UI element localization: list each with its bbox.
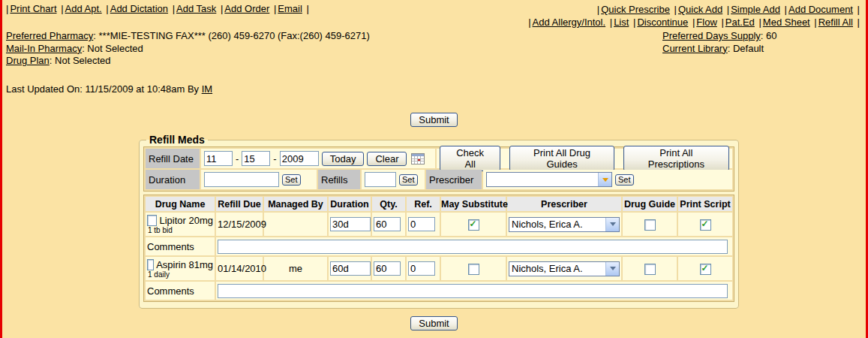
nav-add-dictation[interactable]: Add Dictation	[110, 3, 168, 14]
drug-guide-checkbox[interactable]	[644, 219, 656, 231]
print-all-prescriptions-button[interactable]: Print All Prescriptions	[623, 146, 729, 171]
updated-by-link[interactable]: IM	[202, 83, 212, 95]
separator: |	[528, 17, 530, 28]
col-header-duration: Duration	[329, 197, 371, 211]
separator: |	[633, 17, 635, 28]
submit-button-top[interactable]: Submit	[410, 113, 457, 127]
preferred-days-supply-link[interactable]: Preferred Days Supply	[662, 30, 761, 41]
prescriber-cell: Nichols, Erica A.	[507, 257, 621, 280]
refill-date-label-text: Refill Date	[149, 153, 194, 164]
page-left-edge	[0, 0, 2, 338]
col-header-qty: Qty.	[372, 197, 405, 211]
refill-meds-fieldset: Refill Meds Refill Date - - Today Clear	[139, 134, 739, 309]
duration-set-button[interactable]: Set	[282, 174, 301, 186]
refill-date-day-input[interactable]	[242, 151, 270, 166]
may-substitute-cell	[441, 213, 506, 236]
drug-guide-cell	[623, 257, 677, 280]
drug-name-cell: Lipitor 20mg 1 tb bid	[146, 213, 215, 236]
nav-email[interactable]: Email	[278, 3, 302, 14]
drug-select-checkbox[interactable]	[147, 215, 157, 226]
separator: |	[173, 3, 175, 14]
bulk-actions-cell: Check All Print All Drug Guides Print Al…	[437, 149, 732, 168]
clear-button[interactable]: Clear	[367, 152, 407, 166]
comments-cell	[216, 282, 732, 300]
drug-plan-value: : Not Selected	[50, 55, 111, 66]
preferred-pharmacy-link[interactable]: Preferred Pharmacy	[6, 30, 93, 41]
prescriber-cell: Nichols, Erica A.	[507, 213, 621, 236]
duration-bulk-input[interactable]	[204, 172, 279, 187]
calendar-icon[interactable]	[411, 153, 425, 164]
qty-cell	[372, 213, 405, 236]
may-substitute-checkbox[interactable]	[468, 219, 479, 231]
submit-row-top: Submit	[0, 113, 868, 127]
ref-input[interactable]	[408, 261, 435, 276]
separator: |	[610, 17, 612, 28]
print-script-checkbox[interactable]	[700, 264, 711, 275]
prescriber-select[interactable]: Nichols, Erica A.	[509, 261, 620, 276]
ref-cell	[407, 213, 440, 236]
print-all-drug-guides-button[interactable]: Print All Drug Guides	[509, 146, 614, 171]
duration-cell	[329, 257, 371, 280]
nav-list[interactable]: List	[614, 17, 629, 28]
separator: |	[306, 3, 308, 14]
refill-date-month-input[interactable]	[204, 151, 233, 166]
separator: |	[274, 3, 276, 14]
duration-input[interactable]	[330, 217, 371, 231]
prescriber-select-value: Nichols, Erica A.	[509, 218, 605, 231]
pharmacy-info: Preferred Pharmacy: ***MIE-TESTING FAX**…	[6, 30, 370, 68]
refills-set-button[interactable]: Set	[399, 174, 418, 186]
top-nav-right: |Quick Prescribe |Quick Add |Simple Add …	[527, 3, 861, 29]
refills-bulk-input[interactable]	[365, 172, 396, 187]
mail-in-pharmacy-link[interactable]: Mail-In Pharmacy	[6, 43, 82, 54]
nav-add-allergy-intol[interactable]: Add Allergy/Intol.	[533, 17, 606, 28]
separator: |	[857, 4, 860, 15]
duration-input[interactable]	[330, 261, 371, 276]
print-script-checkbox[interactable]	[700, 219, 711, 231]
col-header-drug-name: Drug Name	[146, 197, 215, 211]
nav-quick-add[interactable]: Quick Add	[678, 4, 722, 15]
current-library-link[interactable]: Current Library	[662, 43, 728, 54]
refill-due-cell: 12/15/2009	[216, 213, 263, 236]
duration-cell	[329, 213, 371, 236]
nav-refill-all[interactable]: Refill All	[818, 17, 853, 28]
nav-med-sheet[interactable]: Med Sheet	[763, 17, 810, 28]
today-button[interactable]: Today	[322, 152, 365, 166]
table-row-lipitor: Lipitor 20mg 1 tb bid 12/15/2009 Nichols…	[146, 213, 732, 236]
nav-add-document[interactable]: Add Document	[788, 4, 853, 15]
check-all-button[interactable]: Check All	[440, 146, 500, 171]
separator: |	[6, 3, 8, 14]
drug-plan-link[interactable]: Drug Plan	[6, 55, 50, 66]
prescriber-bulk-select[interactable]	[486, 172, 612, 187]
library-info: Preferred Days Supply: 60 Current Librar…	[662, 30, 776, 55]
nav-discontinue[interactable]: Discontinue	[637, 17, 688, 28]
top-nav-right-row2: |Add Allergy/Intol. |List |Discontinue |…	[527, 16, 861, 29]
drug-sig: 1 daily	[147, 270, 213, 279]
drug-guide-checkbox[interactable]	[644, 264, 656, 275]
refill-date-row: Refill Date - - Today Clear	[146, 149, 732, 168]
nav-add-apt[interactable]: Add Apt.	[65, 3, 102, 14]
nav-flow[interactable]: Flow	[696, 17, 716, 28]
nav-quick-prescribe[interactable]: Quick Prescribe	[601, 4, 670, 15]
nav-add-order[interactable]: Add Order	[224, 3, 269, 14]
separator: |	[674, 4, 677, 15]
refill-date-year-input[interactable]	[280, 151, 319, 166]
nav-add-task[interactable]: Add Task	[176, 3, 216, 14]
submit-button-bottom[interactable]: Submit	[410, 316, 457, 330]
nav-pat-ed[interactable]: Pat.Ed	[725, 17, 755, 28]
qty-input[interactable]	[374, 217, 401, 231]
drug-select-checkbox[interactable]	[147, 259, 154, 270]
may-substitute-checkbox[interactable]	[468, 264, 479, 275]
nav-print-chart[interactable]: Print Chart	[10, 3, 56, 14]
prescriber-select[interactable]: Nichols, Erica A.	[509, 217, 620, 232]
top-nav-right-row1: |Quick Prescribe |Quick Add |Simple Add …	[527, 3, 861, 16]
prescriber-set-button[interactable]: Set	[615, 174, 634, 186]
qty-input[interactable]	[374, 261, 401, 276]
comments-input[interactable]	[218, 284, 728, 298]
prescriber-bulk-select-value	[487, 173, 598, 186]
ref-input[interactable]	[408, 217, 435, 231]
prescriber-label: Prescriber	[426, 170, 482, 189]
preferred-pharmacy-value: : ***MIE-TESTING FAX*** (260) 459-6270 (…	[93, 30, 370, 41]
separator: |	[758, 17, 761, 28]
comments-input[interactable]	[218, 240, 728, 254]
nav-simple-add[interactable]: Simple Add	[731, 4, 780, 15]
